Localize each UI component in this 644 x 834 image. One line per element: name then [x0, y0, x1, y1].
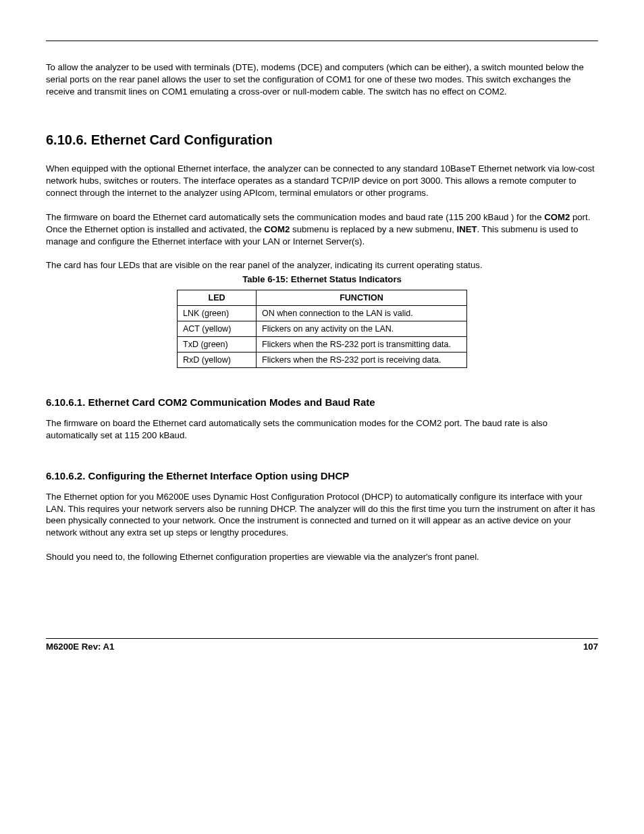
ethernet-status-table: LED FUNCTION LNK (green) ON when connect…: [177, 290, 467, 368]
table-row: LNK (green) ON when connection to the LA…: [178, 306, 467, 321]
th-led: LED: [178, 290, 257, 306]
heading-dhcp: 6.10.6.2. Configuring the Ethernet Inter…: [46, 470, 598, 481]
paragraph-2: The firmware on board the Ethernet card …: [46, 211, 598, 247]
p2-bold-inet: INET: [456, 224, 477, 234]
cell-fn: Flickers when the RS-232 port is receivi…: [257, 353, 467, 368]
heading-ethernet-card-configuration: 6.10.6. Ethernet Card Configuration: [46, 132, 598, 148]
paragraph-4: The firmware on board the Ethernet card …: [46, 417, 598, 442]
paragraph-1: When equipped with the optional Ethernet…: [46, 163, 598, 199]
page: To allow the analyzer to be used with te…: [0, 0, 644, 834]
footer-right: 107: [583, 642, 598, 652]
paragraph-3: The card has four LEDs that are visible …: [46, 259, 598, 271]
cell-led: ACT (yellow): [178, 321, 257, 337]
table-caption: Table 6-15: Ethernet Status Indicators: [46, 274, 598, 284]
intro-paragraph: To allow the analyzer to be used with te…: [46, 61, 598, 97]
cell-fn: Flickers when the RS-232 port is transmi…: [257, 337, 467, 353]
table-row: TxD (green) Flickers when the RS-232 por…: [178, 337, 467, 353]
cell-led: RxD (yellow): [178, 353, 257, 368]
table-row: RxD (yellow) Flickers when the RS-232 po…: [178, 353, 467, 368]
th-function: FUNCTION: [257, 290, 467, 306]
page-footer: M6200E Rev: A1 107: [46, 638, 598, 652]
p2-bold-com2-b: COM2: [264, 224, 290, 234]
paragraph-5: The Ethernet option for you M6200E uses …: [46, 491, 598, 539]
p2-bold-com2-a: COM2: [544, 212, 570, 222]
top-rule: [46, 41, 598, 41]
heading-com2-modes: 6.10.6.1. Ethernet Card COM2 Communicati…: [46, 396, 598, 408]
cell-fn: ON when connection to the LAN is valid.: [257, 306, 467, 321]
paragraph-6: Should you need to, the following Ethern…: [46, 551, 598, 563]
footer-left: M6200E Rev: A1: [46, 642, 114, 652]
table-row: ACT (yellow) Flickers on any activity on…: [178, 321, 467, 337]
cell-fn: Flickers on any activity on the LAN.: [257, 321, 467, 337]
cell-led: TxD (green): [178, 337, 257, 353]
p2-text-a: The firmware on board the Ethernet card …: [46, 212, 544, 222]
table-header-row: LED FUNCTION: [178, 290, 467, 306]
cell-led: LNK (green): [178, 306, 257, 321]
p2-text-e: submenu is replaced by a new submenu,: [290, 224, 456, 234]
